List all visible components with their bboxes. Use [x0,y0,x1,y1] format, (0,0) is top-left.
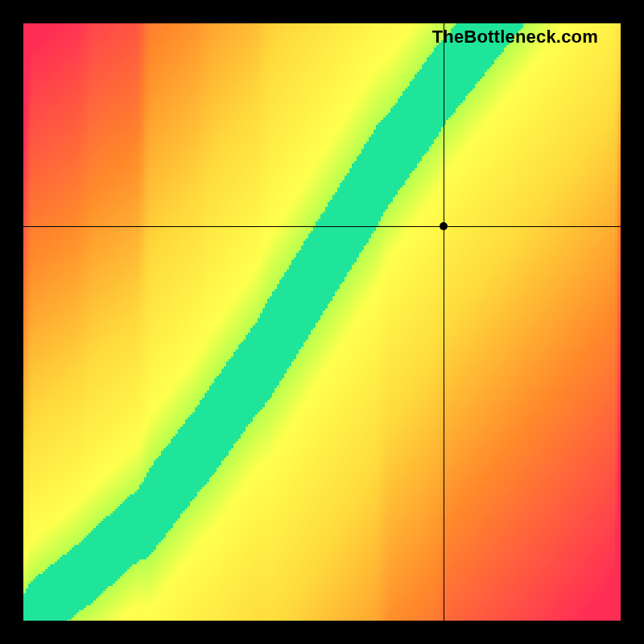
crosshair-marker [440,222,448,230]
heatmap-canvas [23,23,621,621]
watermark-text: TheBottleneck.com [432,27,598,47]
crosshair-horizontal [23,226,621,227]
plot-area: TheBottleneck.com [23,23,621,621]
bottleneck-chart: TheBottleneck.com [0,0,644,644]
crosshair-vertical [444,23,444,621]
